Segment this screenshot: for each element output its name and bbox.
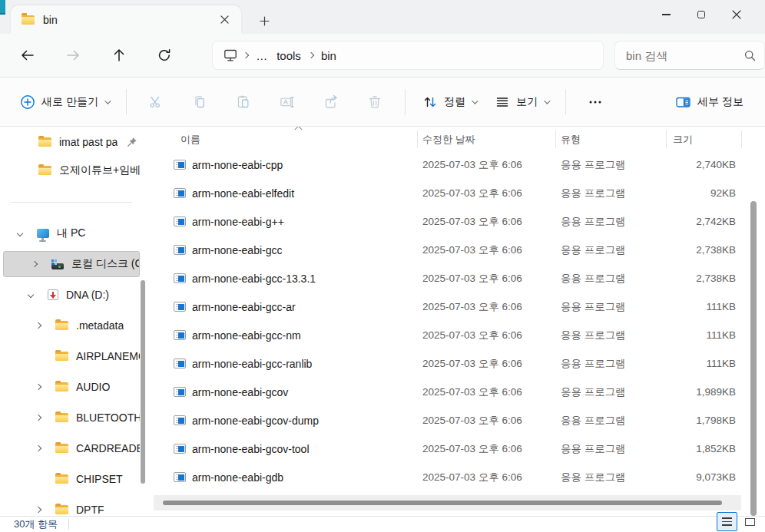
sidebar-item[interactable]: CHIPSET	[0, 464, 140, 494]
chevron-icon[interactable]	[26, 292, 35, 297]
icons-view-toggle[interactable]	[740, 512, 760, 531]
chevron-icon[interactable]	[34, 507, 43, 512]
file-row[interactable]: arm-none-eabi-gcov 2025-07-03 오후 6:06 응용…	[154, 378, 765, 406]
file-date-modified: 2025-07-03 오후 6:06	[422, 272, 561, 286]
search-input[interactable]	[626, 49, 743, 62]
column-header-type[interactable]: 유형	[561, 133, 581, 147]
column-divider[interactable]	[417, 131, 418, 148]
sidebar-item[interactable]: 오제이튜브+임베	[0, 157, 140, 183]
details-view-toggle[interactable]	[717, 512, 737, 531]
close-window-icon[interactable]	[719, 2, 754, 27]
item-count: 30개 항목	[14, 517, 58, 531]
breadcrumb-bin[interactable]: bin	[316, 49, 341, 62]
sidebar-item[interactable]: 로컬 디스크 (C:)	[3, 251, 140, 277]
sidebar-item[interactable]: imat past pa	[0, 129, 140, 155]
chevron-right-icon[interactable]	[243, 53, 248, 58]
column-header-name[interactable]: 이름	[180, 133, 200, 147]
sidebar-item[interactable]: CARDREADER	[0, 433, 140, 464]
sidebar-scrollbar[interactable]	[141, 280, 145, 484]
file-date-modified: 2025-07-03 오후 6:06	[422, 414, 561, 428]
minimize-icon[interactable]	[648, 2, 684, 27]
chevron-icon[interactable]	[34, 385, 43, 389]
chevron-icon[interactable]	[34, 323, 43, 328]
chevron-icon[interactable]	[34, 446, 43, 451]
sidebar-item[interactable]: .metadata	[0, 310, 140, 341]
folder-icon	[55, 382, 68, 392]
file-size: 1,852KB	[668, 443, 736, 454]
file-type: 응용 프로그램	[561, 357, 668, 371]
application-icon	[174, 160, 186, 170]
file-date-modified: 2025-07-03 오후 6:06	[422, 187, 561, 200]
sidebar-item-label: 로컬 디스크 (C:)	[71, 257, 139, 271]
sidebar-item[interactable]: AIRPLANEMODE	[0, 341, 140, 372]
file-row[interactable]: arm-none-eabi-g++ 2025-07-03 오후 6:06 응용 …	[154, 207, 765, 236]
this-pc-icon[interactable]	[220, 48, 240, 63]
sidebar-item-label: AIRPLANEMODE	[76, 350, 140, 362]
vertical-scrollbar-thumb[interactable]	[750, 201, 757, 516]
file-row[interactable]: arm-none-eabi-cpp 2025-07-03 오후 6:06 응용 …	[154, 150, 765, 179]
background-window-edge	[0, 0, 5, 15]
up-icon[interactable]	[105, 41, 133, 69]
sidebar-item[interactable]: DNA (D:)	[0, 279, 140, 310]
column-divider[interactable]	[666, 131, 667, 148]
pc-icon	[37, 229, 49, 238]
folder-icon	[55, 444, 68, 453]
rename-icon[interactable]	[272, 87, 303, 117]
chevron-icon[interactable]	[34, 415, 43, 420]
folder-icon	[22, 15, 35, 25]
back-icon[interactable]	[14, 41, 41, 69]
refresh-icon[interactable]	[151, 41, 179, 69]
horizontal-scrollbar-thumb[interactable]	[163, 501, 722, 505]
breadcrumb-overflow[interactable]: …	[251, 49, 272, 62]
horizontal-scrollbar[interactable]	[154, 495, 741, 511]
details-button[interactable]: 세부 정보	[666, 87, 753, 117]
sidebar-item[interactable]: BLUETOOTH	[0, 402, 140, 433]
chevron-right-icon[interactable]	[309, 53, 313, 58]
tab-close-icon[interactable]	[214, 9, 235, 31]
details-panel-icon	[675, 94, 691, 110]
tab-bin[interactable]: bin	[11, 5, 241, 34]
toolbar-divider	[126, 89, 127, 115]
list-lines-icon	[722, 517, 732, 526]
column-header-size[interactable]: 크기	[673, 133, 693, 147]
search-icon[interactable]	[743, 49, 757, 62]
file-date-modified: 2025-07-03 오후 6:06	[422, 357, 561, 371]
forward-icon[interactable]	[60, 41, 88, 69]
file-row[interactable]: arm-none-eabi-gcc 2025-07-03 오후 6:06 응용 …	[154, 236, 765, 264]
sidebar-item[interactable]: AUDIO	[0, 372, 140, 402]
file-row[interactable]: arm-none-eabi-gcov-dump 2025-07-03 오후 6:…	[154, 406, 765, 435]
maximize-icon[interactable]	[684, 2, 719, 27]
thumbnail-icon	[745, 518, 755, 526]
file-row[interactable]: arm-none-eabi-gcc-nm 2025-07-03 오후 6:06 …	[154, 321, 765, 349]
file-row[interactable]: arm-none-eabi-elfedit 2025-07-03 오후 6:06…	[154, 179, 765, 207]
file-row[interactable]: arm-none-eabi-gcc-13.3.1 2025-07-03 오후 6…	[154, 264, 765, 292]
sidebar-item[interactable]: DPTF	[0, 494, 140, 516]
share-icon[interactable]	[316, 87, 346, 117]
paste-icon[interactable]	[228, 87, 259, 117]
cut-icon[interactable]	[141, 87, 171, 117]
sidebar-item-label: DPTF	[76, 504, 104, 516]
new-button[interactable]: 새로 만들기	[11, 87, 118, 117]
sidebar-item[interactable]: 내 PC	[0, 218, 140, 249]
status-bar: 30개 항목	[0, 516, 765, 532]
sort-button[interactable]: 정렬	[413, 87, 485, 117]
delete-icon[interactable]	[359, 87, 390, 117]
sidebar-item-label: BLUETOOTH	[76, 411, 140, 424]
file-row[interactable]: arm-none-eabi-gcc-ranlib 2025-07-03 오후 6…	[154, 349, 765, 378]
view-button[interactable]: 보기	[485, 87, 558, 117]
file-row[interactable]: arm-none-eabi-gdb 2025-07-03 오후 6:06 응용 …	[154, 463, 765, 491]
file-size: 2,742KB	[668, 216, 736, 227]
chevron-icon[interactable]	[30, 262, 39, 266]
file-row[interactable]: arm-none-eabi-gcc-ar 2025-07-03 오후 6:06 …	[154, 292, 765, 321]
file-type: 응용 프로그램	[561, 243, 668, 257]
chevron-icon[interactable]	[15, 231, 25, 236]
column-divider[interactable]	[555, 131, 556, 148]
column-header-date[interactable]: 수정한 날짜	[422, 133, 475, 147]
copy-icon[interactable]	[184, 87, 215, 117]
new-tab-icon[interactable]	[253, 11, 275, 31]
address-bar[interactable]: … tools bin	[212, 41, 604, 70]
more-icon[interactable]	[580, 87, 611, 117]
column-divider[interactable]	[741, 131, 742, 148]
breadcrumb-tools[interactable]: tools	[272, 49, 306, 62]
file-row[interactable]: arm-none-eabi-gcov-tool 2025-07-03 오후 6:…	[154, 435, 765, 463]
